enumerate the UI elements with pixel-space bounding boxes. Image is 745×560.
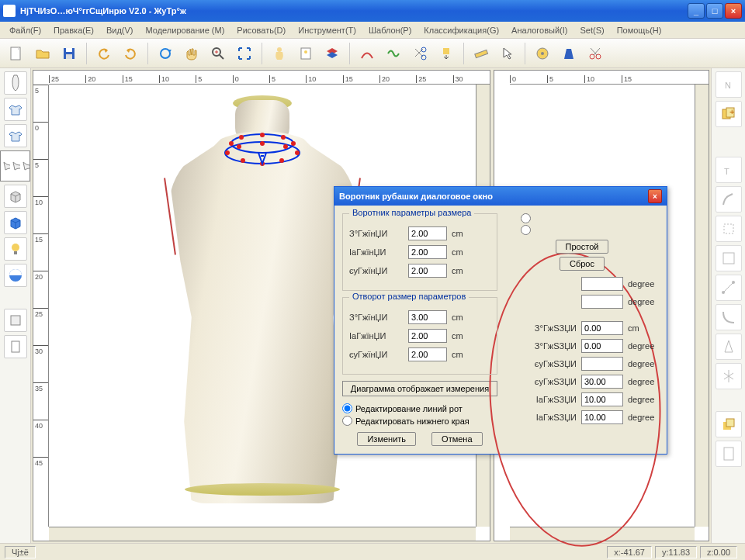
rr7-input[interactable] bbox=[581, 392, 623, 406]
tool-sphere-icon[interactable] bbox=[4, 264, 27, 287]
tool-square-icon[interactable] bbox=[4, 309, 27, 332]
rtool-dart-icon[interactable] bbox=[716, 334, 742, 360]
menu-draw[interactable]: Рисовать(D) bbox=[232, 24, 290, 36]
svg-rect-26 bbox=[12, 341, 19, 352]
lapel-size-label: Отворот размер параметров bbox=[349, 292, 469, 301]
cut-icon[interactable] bbox=[408, 42, 431, 65]
pan-icon[interactable] bbox=[180, 42, 203, 65]
body-icon[interactable] bbox=[268, 42, 291, 65]
apply-button[interactable]: Изменить bbox=[357, 432, 416, 446]
cancel-button[interactable]: Отмена bbox=[431, 432, 482, 446]
rotate-icon[interactable] bbox=[154, 42, 177, 65]
scrollbar-horizontal-2d[interactable] bbox=[510, 527, 695, 541]
rtool-stack-icon[interactable] bbox=[716, 411, 742, 437]
zoom-icon[interactable] bbox=[206, 42, 230, 65]
rtool-text-icon[interactable]: T bbox=[716, 157, 742, 183]
status-z: z:0.00 bbox=[700, 546, 737, 558]
rtool-mirror-icon[interactable] bbox=[716, 363, 742, 389]
collar-size-group: Воротник параметры размера З°ГжїнЏИ cm I… bbox=[342, 213, 497, 291]
g2r2-input[interactable] bbox=[408, 329, 447, 343]
rtool-measure-icon[interactable] bbox=[716, 275, 742, 301]
rr3-input[interactable] bbox=[581, 321, 623, 335]
status-left: Чj±ё bbox=[5, 546, 36, 558]
scrollbar-vertical-2d[interactable] bbox=[695, 85, 709, 527]
scissors-icon[interactable] bbox=[584, 42, 607, 65]
close-button[interactable]: × bbox=[725, 3, 742, 19]
rr6-input[interactable] bbox=[581, 375, 623, 389]
menu-template[interactable]: Шаблон(P) bbox=[364, 24, 416, 36]
layers-icon[interactable] bbox=[321, 42, 344, 65]
g2r1-input[interactable] bbox=[408, 310, 447, 324]
collar-type-3-icon[interactable] bbox=[20, 159, 29, 173]
g1r1-input[interactable] bbox=[408, 226, 447, 240]
radio-edit-lines[interactable] bbox=[342, 403, 352, 413]
diagram-button[interactable]: Диаграмма отображает измерения bbox=[342, 381, 497, 396]
tool-shirt-icon[interactable] bbox=[4, 124, 27, 147]
rtool-curve-icon[interactable] bbox=[716, 304, 742, 330]
menu-set[interactable]: Set(S) bbox=[575, 24, 608, 36]
mode-radio-2[interactable] bbox=[521, 225, 531, 235]
menu-file[interactable]: Файл(F) bbox=[5, 24, 46, 36]
tool-light-icon[interactable] bbox=[4, 237, 27, 261]
menu-tool[interactable]: Инструмент(T) bbox=[293, 24, 361, 36]
collar-dialog: Воротник рубашки диалоговое окно × Ворот… bbox=[334, 186, 667, 455]
r-blank2-input[interactable] bbox=[581, 295, 623, 309]
svg-rect-3 bbox=[66, 54, 72, 59]
rtool-draw-icon[interactable] bbox=[716, 186, 742, 213]
menu-classification[interactable]: Классификация(G) bbox=[419, 24, 504, 36]
new-file-icon[interactable] bbox=[5, 42, 28, 65]
maximize-button[interactable]: □ bbox=[706, 3, 723, 19]
dialog-titlebar[interactable]: Воротник рубашки диалоговое окно × bbox=[334, 187, 667, 206]
rr5-input[interactable] bbox=[581, 357, 623, 371]
dialog-close-button[interactable]: × bbox=[648, 189, 662, 203]
move-down-icon[interactable] bbox=[435, 42, 458, 65]
scrollbar-horizontal[interactable] bbox=[49, 527, 476, 541]
redo-icon[interactable] bbox=[119, 42, 142, 65]
fit-icon[interactable] bbox=[233, 42, 256, 65]
curve-icon[interactable] bbox=[355, 42, 379, 65]
r-blank1-input[interactable] bbox=[581, 277, 623, 291]
menu-view[interactable]: Вид(V) bbox=[102, 24, 138, 36]
svg-point-49 bbox=[732, 281, 735, 284]
skirt-icon[interactable] bbox=[557, 42, 580, 65]
rr8-input[interactable] bbox=[581, 410, 623, 424]
ruler-horizontal-2d: 051015 bbox=[510, 71, 709, 85]
rtool-pages-icon[interactable]: + bbox=[716, 101, 742, 127]
undo-icon[interactable] bbox=[92, 42, 116, 65]
menu-modeling[interactable]: Моделирование (M) bbox=[141, 24, 230, 36]
simple-button[interactable]: Простой bbox=[556, 240, 609, 254]
menu-edit[interactable]: Правка(E) bbox=[49, 24, 99, 36]
rtool-n-icon[interactable]: N bbox=[716, 71, 742, 98]
menu-analog[interactable]: Аналоговый(I) bbox=[507, 24, 572, 36]
app-icon bbox=[3, 5, 16, 17]
g1r2-input[interactable] bbox=[408, 245, 447, 259]
save-file-icon[interactable] bbox=[57, 42, 81, 65]
select-icon[interactable] bbox=[496, 42, 519, 65]
rtool-doc-icon[interactable] bbox=[716, 441, 742, 467]
g2r3-input[interactable] bbox=[408, 347, 447, 361]
mode-radio-1[interactable] bbox=[521, 213, 531, 223]
rtool-shape-icon[interactable] bbox=[716, 245, 742, 271]
tool-cube-gray-icon[interactable] bbox=[4, 185, 27, 208]
tool-mannequin-icon[interactable] bbox=[4, 71, 27, 95]
g1r3-input[interactable] bbox=[408, 264, 447, 278]
g2r3-label: єуГжїнЏИ bbox=[349, 350, 404, 359]
pattern-icon[interactable] bbox=[294, 42, 317, 65]
reset-button[interactable]: Сброс bbox=[560, 257, 605, 271]
ruler-icon[interactable] bbox=[470, 42, 493, 65]
menu-help[interactable]: Помощь(H) bbox=[612, 24, 667, 36]
radio-edit-bottom[interactable] bbox=[342, 416, 352, 426]
spline-icon[interactable] bbox=[382, 42, 405, 65]
tool-collar-selector[interactable] bbox=[0, 150, 30, 181]
minimize-button[interactable]: _ bbox=[688, 3, 705, 19]
tool-page-icon[interactable] bbox=[4, 335, 27, 358]
collar-type-2-icon[interactable] bbox=[10, 159, 19, 173]
menu-bar: Файл(F) Правка(E) Вид(V) Моделирование (… bbox=[0, 22, 745, 39]
wheel-icon[interactable] bbox=[531, 42, 554, 65]
rtool-pattern-piece-icon[interactable] bbox=[716, 216, 742, 242]
open-file-icon[interactable] bbox=[31, 42, 54, 65]
rr4-input[interactable] bbox=[581, 339, 623, 353]
collar-type-1-icon[interactable] bbox=[1, 159, 10, 173]
tool-cube-blue-icon[interactable] bbox=[4, 211, 27, 234]
tool-tshirt-icon[interactable] bbox=[4, 98, 27, 121]
